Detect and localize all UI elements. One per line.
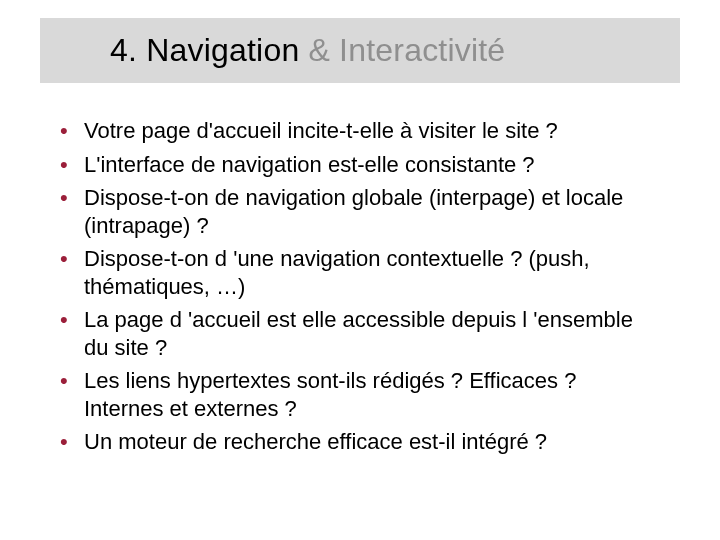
- list-item: Les liens hypertextes sont-ils rédigés ?…: [56, 367, 660, 422]
- list-item: Dispose-t-on de navigation globale (inte…: [56, 184, 660, 239]
- title-bar: 4. Navigation & Interactivité: [40, 18, 680, 83]
- list-item: Un moteur de recherche efficace est-il i…: [56, 428, 660, 456]
- slide-title: 4. Navigation & Interactivité: [110, 32, 670, 69]
- list-item: Dispose-t-on d 'une navigation contextue…: [56, 245, 660, 300]
- list-item: La page d 'accueil est elle accessible d…: [56, 306, 660, 361]
- list-item: L'interface de navigation est-elle consi…: [56, 151, 660, 179]
- bullet-list: Votre page d'accueil incite-t-elle à vis…: [56, 117, 660, 456]
- title-part-dark: 4. Navigation: [110, 32, 308, 68]
- title-part-light: & Interactivité: [308, 32, 505, 68]
- slide: 4. Navigation & Interactivité Votre page…: [0, 18, 720, 540]
- list-item: Votre page d'accueil incite-t-elle à vis…: [56, 117, 660, 145]
- slide-body: Votre page d'accueil incite-t-elle à vis…: [0, 83, 720, 456]
